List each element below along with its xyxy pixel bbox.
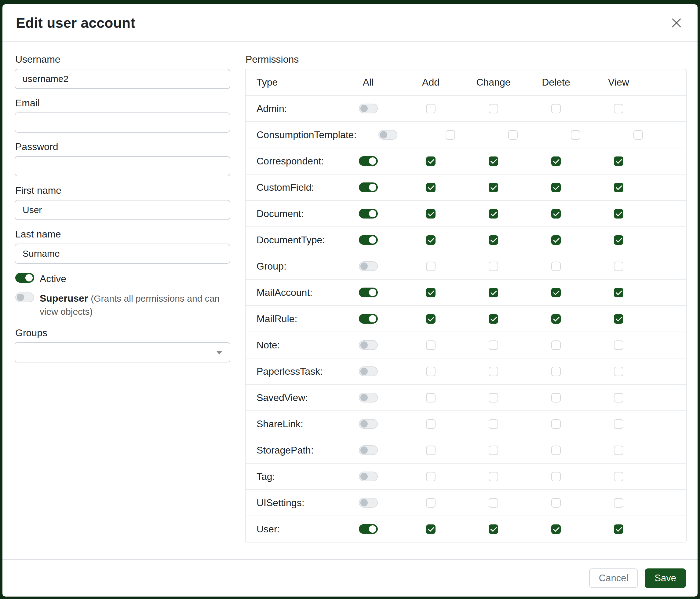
permission-delete-checkbox[interactable] (551, 288, 561, 297)
permission-view-checkbox[interactable] (614, 314, 623, 324)
permission-delete-checkbox[interactable] (571, 130, 580, 140)
permission-add-checkbox[interactable] (426, 314, 435, 324)
permission-add-checkbox[interactable] (426, 183, 435, 192)
permission-type-label: ShareLink: (246, 418, 337, 430)
permission-change-checkbox[interactable] (489, 104, 498, 113)
permission-all-toggle[interactable] (359, 472, 378, 481)
permission-all-toggle[interactable] (359, 340, 378, 350)
permission-delete-checkbox[interactable] (551, 314, 561, 324)
permission-view-checkbox[interactable] (614, 498, 623, 508)
permission-add-checkbox[interactable] (426, 104, 435, 113)
permission-view-checkbox[interactable] (614, 393, 623, 403)
permission-change-checkbox[interactable] (489, 262, 498, 271)
permission-add-checkbox[interactable] (426, 340, 435, 350)
permission-add-checkbox[interactable] (426, 472, 435, 481)
permission-add-checkbox[interactable] (426, 446, 435, 455)
save-button[interactable]: Save (645, 569, 686, 588)
permission-add-checkbox[interactable] (426, 288, 435, 297)
permission-change-checkbox[interactable] (489, 419, 498, 429)
permission-change-checkbox[interactable] (489, 498, 498, 508)
last-name-input[interactable] (15, 244, 230, 264)
permission-add-checkbox[interactable] (446, 130, 455, 140)
permission-view-checkbox[interactable] (614, 183, 623, 192)
permission-add-checkbox[interactable] (426, 393, 435, 403)
permission-view-checkbox[interactable] (614, 524, 623, 534)
close-icon[interactable] (670, 16, 683, 30)
permission-add-checkbox[interactable] (426, 209, 435, 218)
permission-delete-checkbox[interactable] (551, 472, 561, 481)
permission-view-checkbox[interactable] (614, 288, 623, 297)
permission-change-checkbox[interactable] (489, 524, 498, 534)
permission-all-toggle[interactable] (359, 156, 378, 166)
permission-delete-checkbox[interactable] (551, 104, 561, 113)
permission-view-checkbox[interactable] (614, 104, 623, 113)
permission-change-checkbox[interactable] (489, 340, 498, 350)
permission-row: Document: (246, 200, 686, 226)
permission-view-checkbox[interactable] (614, 367, 623, 376)
permission-all-toggle[interactable] (359, 288, 378, 297)
permission-view-checkbox[interactable] (614, 235, 623, 245)
permission-add-checkbox[interactable] (426, 524, 435, 534)
permission-add-checkbox[interactable] (426, 235, 435, 245)
active-toggle[interactable] (15, 273, 34, 283)
password-input[interactable] (15, 156, 230, 176)
permission-add-checkbox[interactable] (426, 419, 435, 429)
permission-add-checkbox[interactable] (426, 498, 435, 508)
superuser-toggle[interactable] (15, 292, 34, 302)
permission-delete-checkbox[interactable] (551, 209, 561, 218)
permission-all-toggle[interactable] (359, 445, 378, 455)
permission-all-toggle[interactable] (359, 524, 378, 534)
permission-delete-checkbox[interactable] (551, 393, 561, 403)
first-name-input[interactable] (15, 200, 230, 220)
permission-all-toggle[interactable] (359, 235, 378, 245)
permission-change-checkbox[interactable] (489, 235, 498, 245)
email-input[interactable] (15, 113, 230, 133)
permission-delete-checkbox[interactable] (551, 446, 561, 455)
cancel-button[interactable]: Cancel (589, 569, 638, 588)
permission-delete-checkbox[interactable] (551, 235, 561, 245)
permission-view-checkbox[interactable] (614, 262, 623, 271)
permission-delete-checkbox[interactable] (551, 157, 561, 166)
permission-delete-checkbox[interactable] (551, 419, 561, 429)
username-input[interactable] (15, 69, 230, 89)
permission-add-checkbox[interactable] (426, 367, 435, 376)
permission-change-checkbox[interactable] (508, 130, 518, 140)
permission-change-checkbox[interactable] (489, 446, 498, 455)
permission-add-checkbox[interactable] (426, 157, 435, 166)
permission-all-toggle[interactable] (359, 209, 378, 218)
permission-change-checkbox[interactable] (489, 288, 498, 297)
permission-delete-checkbox[interactable] (551, 262, 561, 271)
permission-change-checkbox[interactable] (489, 393, 498, 403)
permission-all-toggle[interactable] (359, 314, 378, 324)
permission-view-checkbox[interactable] (614, 157, 623, 166)
permission-view-checkbox[interactable] (614, 209, 623, 218)
permission-change-checkbox[interactable] (489, 314, 498, 324)
permission-all-toggle[interactable] (359, 261, 378, 271)
permission-all-toggle[interactable] (359, 183, 378, 192)
permission-view-checkbox[interactable] (614, 472, 623, 481)
permission-delete-checkbox[interactable] (551, 183, 561, 192)
permission-all-toggle[interactable] (359, 498, 378, 508)
permission-view-checkbox[interactable] (633, 130, 643, 140)
permission-change-checkbox[interactable] (489, 209, 498, 218)
permission-all-toggle[interactable] (378, 130, 397, 140)
permission-view-checkbox[interactable] (614, 446, 623, 455)
permission-change-checkbox[interactable] (489, 183, 498, 192)
toggle-knob (360, 341, 368, 349)
permission-delete-checkbox[interactable] (551, 524, 561, 534)
permission-add-checkbox[interactable] (426, 262, 435, 271)
permission-delete-checkbox[interactable] (551, 367, 561, 376)
permission-delete-checkbox[interactable] (551, 498, 561, 508)
permission-all-toggle[interactable] (359, 366, 378, 376)
permission-all-toggle[interactable] (359, 103, 378, 113)
permission-all-toggle[interactable] (359, 419, 378, 429)
permission-change-checkbox[interactable] (489, 472, 498, 481)
permission-view-checkbox[interactable] (614, 340, 623, 350)
first-name-group: First name (15, 185, 230, 220)
permission-change-checkbox[interactable] (489, 157, 498, 166)
groups-select[interactable] (15, 342, 230, 362)
permission-all-toggle[interactable] (359, 393, 378, 403)
permission-delete-checkbox[interactable] (551, 340, 561, 350)
permission-change-checkbox[interactable] (489, 367, 498, 376)
permission-view-checkbox[interactable] (614, 419, 623, 429)
